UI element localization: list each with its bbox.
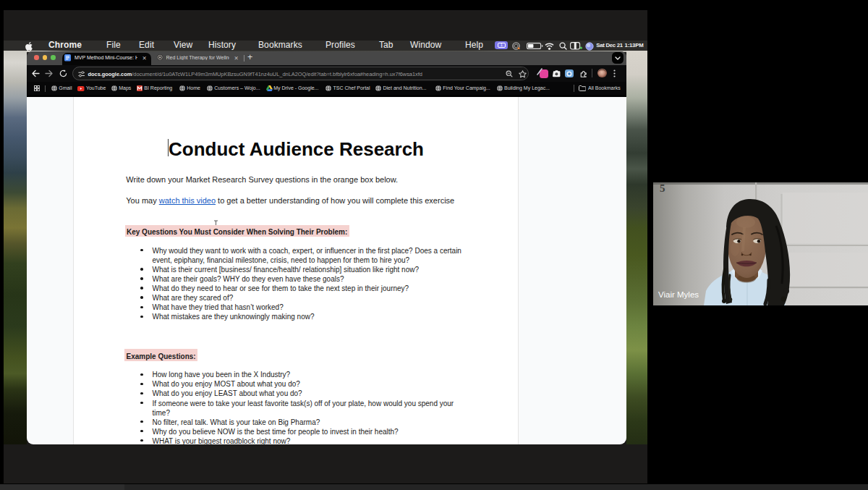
- svg-text:1: 1: [501, 43, 503, 48]
